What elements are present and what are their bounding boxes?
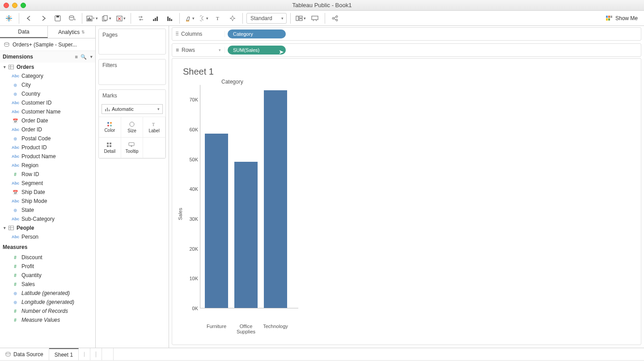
new-datasource-button[interactable]: + bbox=[66, 13, 78, 24]
close-window-button[interactable] bbox=[4, 3, 9, 8]
svg-rect-37 bbox=[608, 16, 610, 18]
columns-pill-category[interactable]: Category bbox=[228, 29, 286, 38]
columns-shelf[interactable]: ⦙⦙⦙Columns Category bbox=[172, 27, 641, 41]
field-item[interactable]: AbcRegion bbox=[0, 161, 95, 170]
group-button[interactable]: ▾ bbox=[198, 13, 210, 24]
rows-shelf[interactable]: ≡Rows▾ SUM(Sales) ➤ bbox=[172, 43, 641, 57]
fit-dropdown[interactable]: Standard bbox=[246, 13, 287, 24]
datasource-row[interactable]: Orders+ (Sample - Super... bbox=[0, 38, 95, 51]
show-me-label: Show Me bbox=[615, 15, 638, 21]
group-people[interactable]: ▾People bbox=[0, 223, 95, 232]
minimize-window-button[interactable] bbox=[12, 3, 17, 8]
bar-office-supplies[interactable] bbox=[234, 162, 258, 308]
field-item[interactable]: AbcCategory bbox=[0, 72, 95, 80]
field-item[interactable]: ⊕Country bbox=[0, 89, 95, 98]
field-item[interactable]: 📅Order Date bbox=[0, 116, 95, 125]
chart-plot-area[interactable] bbox=[200, 85, 298, 308]
tableau-logo-icon[interactable] bbox=[3, 13, 15, 24]
sheet-title[interactable]: Sheet 1 bbox=[177, 62, 636, 79]
svg-rect-42 bbox=[105, 109, 106, 111]
sort-desc-button[interactable] bbox=[163, 13, 176, 24]
bar-furniture[interactable] bbox=[205, 134, 228, 308]
svg-rect-47 bbox=[107, 143, 109, 144]
field-item[interactable]: ⊕Longitude (generated) bbox=[0, 298, 95, 307]
svg-rect-26 bbox=[299, 16, 302, 18]
svg-point-6 bbox=[69, 16, 74, 17]
filters-shelf[interactable]: Filters bbox=[98, 59, 166, 85]
field-item[interactable]: AbcProduct Name bbox=[0, 152, 95, 161]
field-item[interactable]: AbcOrder ID bbox=[0, 125, 95, 134]
new-worksheet-tab[interactable]: + bbox=[79, 348, 90, 360]
search-icon[interactable]: 🔍 bbox=[80, 54, 87, 60]
new-worksheet-button[interactable]: +▾ bbox=[86, 13, 98, 24]
maximize-window-button[interactable] bbox=[21, 3, 26, 8]
svg-point-45 bbox=[130, 122, 134, 126]
field-item[interactable]: AbcCustomer ID bbox=[0, 98, 95, 107]
field-item[interactable]: AbcSegment bbox=[0, 179, 95, 188]
clear-sheet-button[interactable]: ▾ bbox=[114, 13, 127, 24]
mark-tooltip-button[interactable]: Tooltip bbox=[121, 138, 144, 158]
new-dashboard-tab[interactable]: + bbox=[90, 348, 102, 360]
field-item[interactable]: #Profit bbox=[0, 262, 95, 271]
tab-data[interactable]: Data bbox=[0, 26, 48, 38]
field-item[interactable]: #Discount bbox=[0, 253, 95, 262]
svg-rect-22 bbox=[171, 19, 172, 21]
svg-rect-10 bbox=[89, 17, 90, 21]
field-item[interactable]: AbcSub-Category bbox=[0, 215, 95, 223]
share-button[interactable] bbox=[329, 13, 341, 24]
save-button[interactable] bbox=[51, 13, 64, 24]
datasource-name: Orders+ (Sample - Super... bbox=[13, 42, 77, 48]
field-item[interactable]: #Number of Records bbox=[0, 307, 95, 316]
window-controls bbox=[4, 3, 26, 8]
svg-rect-25 bbox=[296, 16, 298, 21]
svg-text:T: T bbox=[216, 16, 219, 21]
forward-button[interactable] bbox=[37, 13, 50, 24]
mark-detail-button[interactable]: Detail bbox=[99, 138, 121, 158]
mark-label-button[interactable]: TLabel bbox=[143, 117, 165, 138]
field-item[interactable]: #Sales bbox=[0, 280, 95, 289]
field-item[interactable]: 📅Ship Date bbox=[0, 188, 95, 197]
duplicate-button[interactable]: ▾ bbox=[100, 13, 113, 24]
mark-size-button[interactable]: Size bbox=[121, 117, 144, 138]
mark-color-button[interactable]: Color bbox=[99, 117, 121, 138]
bar-technology[interactable] bbox=[264, 90, 287, 308]
group-orders[interactable]: ▾Orders bbox=[0, 63, 95, 72]
marks-card: Marks Automatic ColorSizeTLabelDetailToo… bbox=[98, 89, 166, 159]
rows-pill-sales[interactable]: SUM(Sales) ➤ bbox=[228, 46, 286, 55]
swap-button[interactable] bbox=[135, 13, 147, 24]
svg-rect-18 bbox=[155, 18, 156, 21]
chevron-down-icon[interactable]: ▾ bbox=[90, 55, 93, 59]
show-me-button[interactable]: Show Me bbox=[602, 13, 641, 23]
pages-shelf[interactable]: Pages bbox=[98, 29, 166, 55]
table-icon bbox=[8, 226, 14, 230]
field-item[interactable]: AbcCustomer Name bbox=[0, 107, 95, 116]
tab-analytics[interactable]: Analytics ⇅ bbox=[48, 26, 95, 38]
mark-type-select[interactable]: Automatic bbox=[102, 104, 163, 114]
sort-asc-button[interactable] bbox=[149, 13, 161, 24]
x-label: Office Supplies bbox=[231, 324, 261, 339]
presentation-mode-button[interactable] bbox=[309, 13, 321, 24]
field-item[interactable]: #Row ID bbox=[0, 170, 95, 179]
field-item[interactable]: #Quantity bbox=[0, 271, 95, 280]
svg-rect-9 bbox=[88, 18, 89, 21]
x-label: Technology bbox=[261, 324, 290, 339]
field-item[interactable]: #Measure Values bbox=[0, 316, 95, 324]
field-item[interactable]: ⊕State bbox=[0, 206, 95, 215]
pin-button[interactable] bbox=[226, 13, 239, 24]
table-icon bbox=[8, 65, 14, 69]
show-labels-button[interactable]: T bbox=[212, 13, 225, 24]
show-hide-cards-button[interactable]: ▾ bbox=[294, 13, 307, 24]
view-as-icon[interactable]: ≡ bbox=[75, 54, 78, 59]
highlight-button[interactable]: ▾ bbox=[183, 13, 196, 24]
back-button[interactable] bbox=[23, 13, 35, 24]
x-label: Furniture bbox=[202, 324, 231, 339]
sheet-tab[interactable]: Sheet 1 bbox=[49, 348, 79, 360]
field-item[interactable]: ⊕Latitude (generated) bbox=[0, 289, 95, 298]
datasource-tab[interactable]: Data Source bbox=[0, 348, 49, 360]
field-item[interactable]: AbcPerson bbox=[0, 232, 95, 241]
new-story-tab[interactable]: + bbox=[102, 348, 114, 360]
field-item[interactable]: AbcShip Mode bbox=[0, 197, 95, 206]
field-item[interactable]: ⊕Postal Code bbox=[0, 134, 95, 143]
field-item[interactable]: AbcProduct ID bbox=[0, 143, 95, 152]
field-item[interactable]: ⊕City bbox=[0, 80, 95, 89]
